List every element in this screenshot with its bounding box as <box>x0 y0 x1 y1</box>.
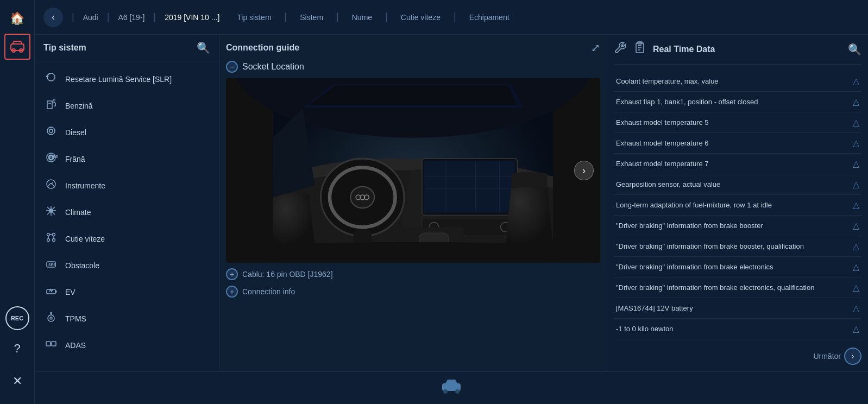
car-diagnostics-button[interactable] <box>4 34 30 60</box>
data-label-2: Exhaust model temperature 5 <box>616 118 848 127</box>
car-interior-image <box>226 78 600 263</box>
data-item-4[interactable]: Exhaust model temperature 7 △ <box>614 154 861 174</box>
connection-panel: Connection guide ⤢ − Socket Location <box>219 35 607 371</box>
tip-sistem-search-button[interactable]: 🔍 <box>197 41 210 54</box>
breadcrumb-sep-2: | <box>107 11 110 23</box>
alert-icon-4: △ <box>853 159 859 169</box>
menu-item-instrumente[interactable]: Instrumente <box>35 172 219 199</box>
socket-location-toggle[interactable]: − <box>226 61 238 73</box>
clipboard-tool-button[interactable] <box>633 41 646 58</box>
menu-item-climate[interactable]: Climate <box>35 199 219 225</box>
wrench-tool-button[interactable] <box>614 41 627 58</box>
header-bar: ‹ | Audi | A6 [19-] | 2019 [VIN 10 ...] … <box>35 0 868 35</box>
menu-item-obstacole[interactable]: SRS Obstacole <box>35 252 219 279</box>
expand-button[interactable]: ⤢ <box>591 41 600 54</box>
realtime-search-button[interactable]: 🔍 <box>848 43 861 56</box>
connection-info-toggle[interactable]: + <box>226 286 238 298</box>
menu-list: Resetare Lumină Service [SLR] Benzină <box>35 61 219 365</box>
breadcrumb-model: A6 [19-] <box>118 13 144 22</box>
data-label-7: "Driver braking" information from brake … <box>616 222 848 230</box>
svg-point-22 <box>47 239 50 242</box>
svg-point-5 <box>49 129 53 132</box>
menu-label-ev: EV <box>65 288 76 296</box>
menu-icon-obstacole: SRS <box>43 257 59 273</box>
data-label-10: "Driver braking" information from brake … <box>616 283 848 292</box>
svg-text:ABS: ABS <box>50 155 58 159</box>
data-item-1[interactable]: Exhaust flap 1, bank1, position - offset… <box>614 92 861 112</box>
nav-nume[interactable]: Nume <box>352 11 372 24</box>
menu-item-ev[interactable]: EV <box>35 279 219 305</box>
realtime-panel: Real Time Data 🔍 Coolant temperature, ma… <box>607 35 868 371</box>
nav-cutie-viteze[interactable]: Cutie viteze <box>401 11 441 24</box>
data-item-7[interactable]: "Driver braking" information from brake … <box>614 216 861 236</box>
menu-icon-multifunctie <box>43 364 59 365</box>
alert-icon-9: △ <box>853 262 859 272</box>
alert-icon-6: △ <box>853 200 859 210</box>
socket-location-row[interactable]: − Socket Location <box>226 61 600 73</box>
cable-row[interactable]: + Cablu: 16 pin OBD [J1962] <box>226 268 600 280</box>
data-item-8[interactable]: "Driver braking" information from brake … <box>614 236 861 257</box>
urmator-button[interactable]: Următor › <box>813 348 861 365</box>
menu-item-multifunctie[interactable]: Multifuncție <box>35 358 219 365</box>
alert-icon-10: △ <box>853 282 859 293</box>
menu-item-cutie-viteze[interactable]: Cutie viteze <box>35 225 219 252</box>
menu-label-climate: Climate <box>65 208 91 217</box>
connection-title: Connection guide <box>226 43 299 53</box>
nav-echipament[interactable]: Echipament <box>469 11 510 24</box>
alert-icon-7: △ <box>853 220 859 231</box>
data-item-2[interactable]: Exhaust model temperature 5 △ <box>614 112 861 133</box>
data-item-10[interactable]: "Driver braking" information from brake … <box>614 277 861 298</box>
menu-item-diesel[interactable]: Diesel <box>35 119 219 146</box>
menu-item-adas[interactable]: ADAS <box>35 332 219 358</box>
breadcrumb-sep-1: | <box>72 11 74 23</box>
menu-icon-adas <box>43 337 59 353</box>
data-label-3: Exhaust model temperature 6 <box>616 139 848 147</box>
socket-location-label: Socket Location <box>242 62 304 72</box>
svg-text:SRS: SRS <box>48 263 56 267</box>
data-item-12[interactable]: -1 to 0 kilo newton △ <box>614 319 861 339</box>
cable-toggle[interactable]: + <box>226 268 238 280</box>
svg-point-32 <box>50 317 52 319</box>
menu-icon-climate <box>43 204 59 220</box>
menu-icon-frana: ABS <box>43 151 59 167</box>
menu-icon-ev <box>43 284 59 300</box>
next-image-button[interactable]: › <box>574 161 594 180</box>
connection-header: Connection guide ⤢ <box>226 41 600 54</box>
back-button[interactable]: ‹ <box>43 8 63 27</box>
menu-item-resetare[interactable]: Resetare Lumină Service [SLR] <box>35 66 219 92</box>
data-item-6[interactable]: Long-term adaptation of fuel-mixture, ro… <box>614 195 861 216</box>
alert-icon-11: △ <box>853 303 859 313</box>
nav-tip-sistem[interactable]: Tip sistem <box>237 11 271 24</box>
menu-item-benzina[interactable]: Benzină <box>35 92 219 119</box>
home-button[interactable]: 🏠 <box>4 5 30 31</box>
alert-icon-0: △ <box>853 76 859 86</box>
menu-item-frana[interactable]: ABS Frână <box>35 146 219 172</box>
close-button[interactable]: ✕ <box>4 368 30 394</box>
menu-icon-resetare <box>43 71 59 87</box>
menu-label-resetare: Resetare Lumină Service [SLR] <box>65 75 172 84</box>
bottom-bar <box>35 371 868 404</box>
data-item-11[interactable]: [MAS16744] 12V battery △ <box>614 298 861 319</box>
nav-sistem[interactable]: Sistem <box>300 11 323 24</box>
data-item-0[interactable]: Coolant temperature, max. value △ <box>614 71 861 92</box>
svg-point-23 <box>53 239 55 242</box>
svg-point-72 <box>443 389 448 394</box>
menu-item-tpms[interactable]: TPMS <box>35 305 219 332</box>
menu-icon-instrumente <box>43 178 59 193</box>
data-label-6: Long-term adaptation of fuel-mixture, ro… <box>616 201 848 209</box>
data-item-3[interactable]: Exhaust model temperature 6 △ <box>614 133 861 154</box>
rec-button[interactable]: REC <box>5 306 29 330</box>
data-item-5[interactable]: Gearposition sensor, actual value △ <box>614 174 861 195</box>
data-item-9[interactable]: "Driver braking" information from brake … <box>614 257 861 277</box>
menu-label-instrumente: Instrumente <box>65 181 105 190</box>
svg-rect-30 <box>55 291 56 293</box>
svg-point-31 <box>48 315 54 321</box>
svg-point-20 <box>47 233 50 236</box>
data-label-9: "Driver braking" information from brake … <box>616 263 848 271</box>
alert-icon-3: △ <box>853 138 859 148</box>
svg-rect-53 <box>425 162 514 212</box>
data-label-12: -1 to 0 kilo newton <box>616 325 848 333</box>
help-button[interactable]: ? <box>4 336 30 362</box>
left-sidebar: 🏠 REC ? ✕ <box>0 0 35 404</box>
connection-info-row[interactable]: + Connection info <box>226 286 600 298</box>
